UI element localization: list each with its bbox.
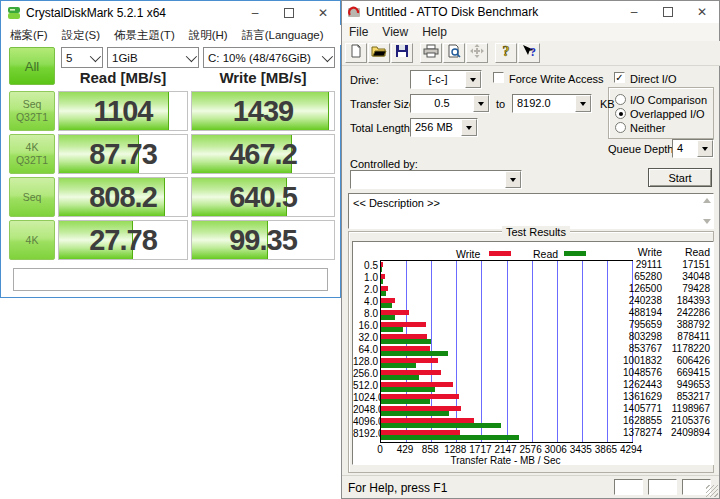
drive-value: [-c-] [411,71,465,88]
io-mode-radio[interactable] [615,94,626,105]
force-write-label: Force Write Access [509,73,604,85]
status-pane-2 [648,479,677,495]
read-bar [381,303,392,308]
context-help-button[interactable]: ? [518,43,540,63]
io-mode-radio[interactable] [615,122,626,133]
help-button[interactable]: ? [495,43,517,63]
read-bar [381,363,416,368]
direct-io-checkbox[interactable]: ✓ [614,72,625,83]
test-size-select[interactable]: 1GiB [107,47,199,68]
atto-menu-item[interactable]: View [375,25,415,39]
resize-grip[interactable] [706,485,718,497]
controlled-by-select[interactable] [350,170,522,189]
cdm-menu-item[interactable]: 說明(H) [182,28,235,43]
y-axis-label: 1024.0 [353,392,378,404]
cdm-window-title: CrystalDiskMark 5.2.1 x64 [26,6,166,20]
cdm-close-icon[interactable]: ✕ [306,1,340,25]
y-axis-label: 256.0 [353,368,378,380]
start-button-label: Start [668,172,691,184]
new-file-button[interactable] [345,43,367,63]
cdm-menu-item[interactable]: 佈景主題(T) [107,28,182,43]
total-length-select[interactable]: 256 MB [410,118,478,137]
atto-menu-item[interactable]: Help [415,25,454,39]
test-count-value: 5 [66,52,72,64]
read-values-header: Read [650,246,710,258]
read-bar [381,339,431,344]
read-value: 853217 [650,391,710,403]
cdm-menu-item[interactable]: 設定(S) [55,28,107,43]
cdm-maximize-icon[interactable] [272,1,306,25]
cdm-minimize-icon[interactable]: – [238,1,272,25]
atto-menu-item[interactable]: File [342,25,375,39]
gridline [557,261,558,442]
write-result-value: 99.35 [192,221,334,259]
test-row-button[interactable]: Seq [9,177,55,217]
drive-select[interactable]: [-c-] [410,70,482,89]
write-result-cell: 1439 [191,91,335,131]
transfer-to-select[interactable]: 8192.0 [512,94,592,113]
io-mode-radio[interactable] [615,108,626,119]
test-row-button[interactable]: 4K [9,220,55,260]
cdm-titlebar[interactable]: CrystalDiskMark 5.2.1 x64 – ✕ [1,1,340,25]
atto-toolbar: ?? [342,41,720,66]
io-mode-label: Neither [630,122,665,134]
queue-depth-select[interactable]: 4 [672,139,714,158]
comment-input[interactable] [13,268,328,291]
read-bar [381,291,386,296]
test-count-select[interactable]: 5 [61,47,103,68]
pan-button[interactable] [466,43,488,63]
description-text: << Description >> [353,197,440,209]
cdm-menu-item[interactable]: 檔案(F) [3,28,55,43]
status-text: For Help, press F1 [348,481,447,495]
save-button[interactable] [391,43,413,63]
y-axis-label: 512.0 [353,380,378,392]
help-icon: ? [500,44,512,62]
atto-minimize-icon[interactable]: – [617,1,651,23]
y-axis-label: 2.0 [353,284,378,296]
test-row-label: 4K [26,141,39,154]
atto-app-icon [347,5,361,19]
write-result-cell: 99.35 [191,220,335,260]
chevron-down-icon [461,119,477,136]
chevron-down-icon [186,50,197,61]
force-write-checkbox[interactable] [493,72,504,83]
gridline [582,261,583,442]
queue-depth-label: Queue Depth: [608,143,677,155]
read-value: 1198967 [650,403,710,415]
svg-text:?: ? [503,44,510,58]
description-box[interactable]: << Description >> [348,193,714,229]
controlled-by-value [351,171,505,188]
read-result-cell: 87.73 [58,134,188,174]
read-result-value: 808.2 [59,178,187,216]
total-length-value: 256 MB [411,119,461,136]
write-result-cell: 640.5 [191,177,335,217]
cdm-menu-item[interactable]: 語言(Language) [235,28,331,43]
all-tests-button[interactable]: All [9,47,55,85]
scroll-up-icon[interactable] [703,198,711,203]
total-length-label: Total Length: [350,122,413,134]
io-mode-label: Overlapped I/O [630,108,705,120]
transfer-from-select[interactable]: 0.5 [410,94,490,113]
scroll-down-icon[interactable] [703,219,711,224]
print-button[interactable] [420,43,442,63]
atto-close-icon[interactable]: ✕ [685,1,719,23]
target-drive-select[interactable]: C: 10% (48/476GiB) [203,47,335,68]
test-results-title: Test Results [502,226,570,238]
atto-maximize-icon[interactable] [651,1,685,23]
print-preview-button[interactable] [443,43,465,63]
test-row-label: Q32T1 [16,111,48,124]
direct-io-label: Direct I/O [630,73,676,85]
cdm-menubar: 檔案(F)設定(S)佈景主題(T)說明(H)語言(Language) [1,25,342,45]
read-result-value: 27.78 [59,221,187,259]
read-column-header: Read [MB/s] [58,69,188,86]
open-file-button[interactable] [368,43,390,63]
write-column-header: Write [MB/s] [191,69,335,86]
read-value: 17151 [650,259,710,271]
test-row-label: Q32T1 [16,154,48,167]
read-bar [381,279,383,284]
transfer-to-value: 8192.0 [513,95,575,112]
test-row-button[interactable]: SeqQ32T1 [9,91,55,131]
start-button[interactable]: Start [648,168,712,187]
test-row-button[interactable]: 4KQ32T1 [9,134,55,174]
atto-titlebar[interactable]: Untitled - ATTO Disk Benchmark – ✕ [342,1,719,23]
